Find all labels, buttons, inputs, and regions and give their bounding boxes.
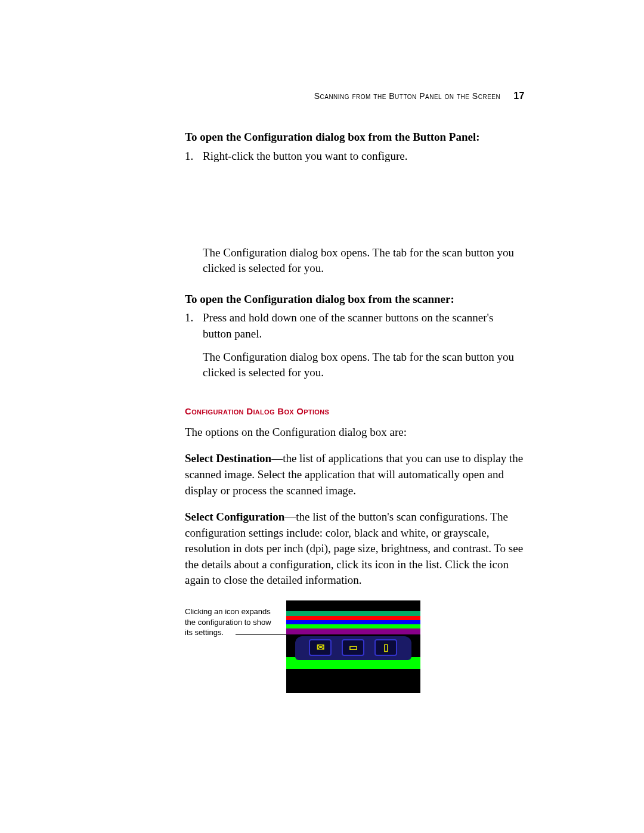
select-configuration-paragraph: Select Configuration—the list of the but… bbox=[185, 509, 525, 589]
scanner-button-icon: ▭ bbox=[342, 639, 364, 656]
running-head: Scanning from the Button Panel on the Sc… bbox=[314, 91, 501, 101]
color-stripe bbox=[286, 620, 420, 624]
select-destination-paragraph: Select Destination—the list of applicati… bbox=[185, 451, 525, 498]
envelope-icon: ✉ bbox=[317, 641, 324, 654]
intro-paragraph: The options on the Configuration dialog … bbox=[185, 425, 525, 441]
list-item: 1. Right-click the button you want to co… bbox=[185, 148, 525, 165]
color-stripe bbox=[286, 611, 420, 616]
color-stripe bbox=[286, 628, 420, 634]
color-stripe bbox=[286, 616, 420, 620]
scanner-figure: ✉ ▭ ▯ bbox=[286, 600, 420, 693]
page-number: 17 bbox=[513, 91, 525, 101]
body-paragraph: The Configuration dialog box opens. The … bbox=[185, 349, 525, 381]
folder-icon: ▭ bbox=[349, 641, 358, 654]
figure-caption: Clicking an icon expands the configurati… bbox=[185, 606, 277, 638]
item-number: 1. bbox=[185, 310, 203, 342]
scanner-button-icon: ✉ bbox=[309, 639, 332, 656]
bold-label: Select Destination bbox=[185, 452, 271, 465]
list-item: 1. Press and hold down one of the scanne… bbox=[185, 310, 525, 342]
item-text: Press and hold down one of the scanner b… bbox=[203, 310, 525, 342]
document-icon: ▯ bbox=[383, 641, 389, 654]
page-header: Scanning from the Button Panel on the Sc… bbox=[185, 89, 525, 103]
spacer bbox=[185, 169, 525, 238]
body-paragraph: The Configuration dialog box opens. The … bbox=[185, 245, 525, 277]
section-heading-scanner: To open the Configuration dialog box fro… bbox=[185, 292, 525, 308]
caption-leader-line bbox=[236, 634, 286, 635]
item-text: Right-click the button you want to confi… bbox=[203, 148, 525, 165]
scanner-button-icon: ▯ bbox=[374, 639, 397, 656]
section-heading-button-panel: To open the Configuration dialog box fro… bbox=[185, 129, 525, 145]
figure-area: Clicking an icon expands the configurati… bbox=[185, 600, 525, 693]
color-stripe bbox=[286, 624, 420, 628]
bold-label: Select Configuration bbox=[185, 510, 284, 523]
subsection-heading-config-options: Configuration Dialog Box Options bbox=[185, 405, 525, 417]
item-number: 1. bbox=[185, 148, 203, 165]
